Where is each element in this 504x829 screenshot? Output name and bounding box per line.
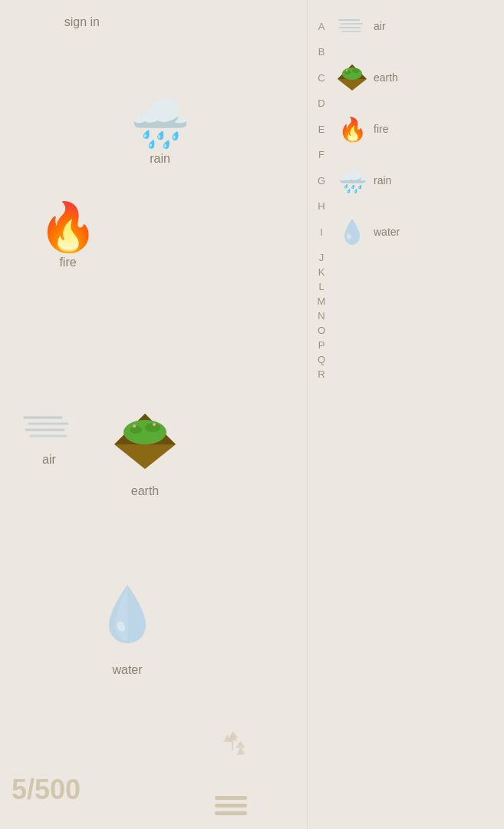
- letter-k: K: [311, 266, 332, 278]
- letter-f: F: [311, 149, 332, 160]
- sidebar-air-label: air: [374, 20, 386, 32]
- water-icon: [100, 582, 155, 659]
- sidebar-item-i[interactable]: I water: [308, 213, 504, 250]
- earth-element[interactable]: earth: [111, 411, 179, 498]
- sidebar-fire-content: 🔥 fire: [335, 112, 388, 146]
- sidebar-item-d[interactable]: D: [308, 96, 504, 111]
- sidebar-item-e[interactable]: E 🔥 fire: [308, 111, 504, 147]
- letter-b: B: [311, 46, 332, 58]
- earth-icon: [111, 411, 179, 480]
- sidebar-item-f[interactable]: F: [308, 147, 504, 162]
- sidebar-air-icon: [335, 9, 369, 43]
- letter-h: H: [311, 200, 332, 212]
- sidebar-item-m[interactable]: M: [308, 294, 504, 309]
- fire-element[interactable]: 🔥 fire: [38, 203, 97, 269]
- air-icon: [15, 407, 83, 448]
- letter-n: N: [311, 310, 332, 322]
- svg-point-20: [352, 68, 360, 73]
- sidebar-air-content: air: [335, 9, 386, 43]
- sidebar-rain-label: rain: [374, 174, 391, 187]
- sidebar-item-c[interactable]: C earth: [308, 59, 504, 96]
- letter-l: L: [311, 281, 332, 292]
- letter-e: E: [311, 124, 332, 135]
- svg-point-10: [153, 423, 156, 426]
- fire-icon: 🔥: [38, 203, 97, 251]
- sign-in-button[interactable]: sign in: [64, 15, 100, 29]
- sidebar-item-h[interactable]: H: [308, 199, 504, 213]
- hamburger-menu[interactable]: [215, 796, 247, 815]
- water-element[interactable]: water: [100, 582, 155, 677]
- rain-icon: 🌧️: [130, 100, 189, 147]
- rain-element[interactable]: 🌧️ rain: [130, 100, 189, 166]
- sidebar-item-q[interactable]: Q: [308, 352, 504, 367]
- sidebar-fire-icon: 🔥: [335, 112, 369, 146]
- sidebar-water-icon: [335, 215, 369, 249]
- hamburger-line-3: [215, 811, 247, 815]
- sidebar-earth-label: earth: [374, 71, 398, 84]
- sidebar-item-n[interactable]: N: [308, 309, 504, 323]
- sidebar-item-p[interactable]: P: [308, 338, 504, 352]
- letter-q: Q: [311, 354, 332, 365]
- sidebar-fire-label: fire: [374, 123, 388, 135]
- main-area: sign in 🌧️ rain 🔥 fire air: [0, 0, 307, 829]
- sidebar-item-b[interactable]: B: [308, 45, 504, 59]
- hamburger-line-1: [215, 796, 247, 800]
- water-label: water: [112, 663, 142, 677]
- letter-o: O: [311, 325, 332, 336]
- svg-point-7: [130, 426, 142, 434]
- sidebar-rain-content: 🌧️ rain: [335, 163, 391, 197]
- score-display: 5/500: [12, 774, 81, 806]
- letter-d: D: [311, 97, 332, 109]
- sidebar-item-o[interactable]: O: [308, 323, 504, 338]
- sidebar-item-l[interactable]: L: [308, 279, 504, 294]
- sidebar-item-k[interactable]: K: [308, 265, 504, 279]
- svg-point-9: [133, 424, 136, 428]
- sidebar-item-j[interactable]: J: [308, 250, 504, 265]
- sidebar-earth-content: earth: [335, 61, 398, 94]
- letter-a: A: [311, 21, 332, 32]
- letter-c: C: [311, 72, 332, 84]
- svg-point-6: [124, 420, 166, 444]
- fire-label: fire: [59, 256, 76, 269]
- sidebar-item-r[interactable]: R: [308, 367, 504, 381]
- letter-r: R: [311, 368, 332, 380]
- letter-i: I: [311, 226, 332, 238]
- air-element[interactable]: air: [15, 407, 83, 467]
- sidebar-earth-icon: [335, 61, 369, 94]
- rain-label: rain: [150, 152, 170, 166]
- sidebar-water-content: water: [335, 215, 400, 249]
- sidebar-water-label: water: [374, 226, 400, 238]
- sidebar-rain-icon: 🌧️: [335, 163, 369, 197]
- letter-m: M: [311, 296, 332, 307]
- earth-label: earth: [131, 484, 159, 498]
- recycle-icon[interactable]: [215, 728, 250, 771]
- sidebar-item-a[interactable]: A air: [308, 8, 504, 45]
- sidebar-item-g[interactable]: G 🌧️ rain: [308, 162, 504, 199]
- svg-point-21: [346, 70, 348, 71]
- letter-p: P: [311, 339, 332, 351]
- letter-j: J: [311, 252, 332, 263]
- sidebar: A air B C: [307, 0, 504, 829]
- alphabet-list: A air B C: [308, 0, 504, 829]
- letter-g: G: [311, 175, 332, 187]
- svg-point-8: [145, 423, 160, 432]
- hamburger-line-2: [215, 804, 247, 808]
- air-label: air: [42, 453, 56, 467]
